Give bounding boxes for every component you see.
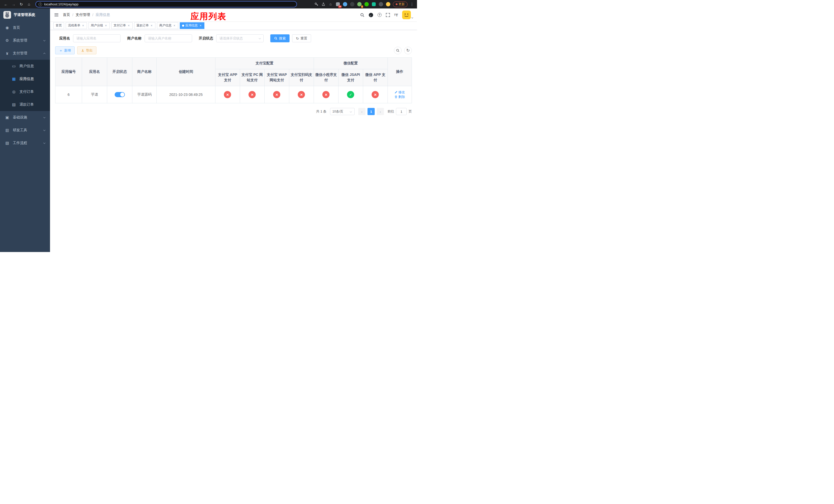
- export-button[interactable]: 导出: [77, 46, 96, 54]
- extension-icon-blue[interactable]: [343, 2, 347, 7]
- extensions-puzzle-icon[interactable]: 10: [335, 2, 340, 7]
- wechat-extension-icon[interactable]: [364, 2, 369, 7]
- prev-page-button[interactable]: ‹: [358, 108, 366, 115]
- user-avatar[interactable]: [402, 10, 413, 19]
- close-tab-icon[interactable]: [199, 24, 202, 27]
- refresh-icon: ↻: [296, 37, 299, 40]
- wechat-jsapi-status-icon: [347, 91, 354, 98]
- tab-pay-order[interactable]: 支付订单: [111, 22, 133, 29]
- close-tab-icon[interactable]: [150, 24, 153, 27]
- collapse-sidebar-icon[interactable]: [54, 13, 59, 17]
- extension-icon-dark[interactable]: [350, 2, 354, 7]
- profile-extension-icon[interactable]: 1: [357, 2, 361, 7]
- edit-link[interactable]: 修改: [394, 90, 405, 95]
- caret-down-icon: [411, 17, 413, 19]
- sidebar-item-workflow[interactable]: ▧ 工作流程: [0, 137, 50, 150]
- pin-extension-icon[interactable]: [378, 2, 383, 7]
- fullscreen-icon[interactable]: [386, 13, 390, 17]
- font-size-icon[interactable]: TT: [394, 13, 398, 17]
- reload-icon[interactable]: ↻: [18, 1, 25, 8]
- filter-status: 开启状态 请选择开启状态: [199, 35, 264, 42]
- bookmark-star-icon[interactable]: ☆: [328, 2, 333, 7]
- dashboard-icon: ◉: [5, 25, 9, 30]
- group-header-wechat: 微信配置: [314, 58, 388, 69]
- col-header-app-id: 应用编号: [56, 58, 82, 86]
- close-tab-icon[interactable]: [173, 24, 176, 27]
- goto-page-input[interactable]: [396, 108, 407, 115]
- tab-home[interactable]: 首页: [53, 22, 64, 29]
- breadcrumb-payment[interactable]: 支付管理: [76, 13, 90, 17]
- pencil-icon: [394, 91, 397, 94]
- url-text: localhost:1024/pay/app: [44, 2, 79, 6]
- col-header-wechat-app: 微信 APP 支付: [363, 69, 388, 86]
- github-icon[interactable]: [369, 13, 373, 18]
- col-header-app-name: 应用名: [82, 58, 107, 86]
- close-tab-icon[interactable]: [127, 24, 130, 27]
- close-tab-icon[interactable]: [104, 24, 107, 27]
- tab-refund-order[interactable]: 退款订单: [134, 22, 155, 29]
- next-page-button[interactable]: ›: [377, 108, 384, 115]
- enabled-toggle[interactable]: [115, 92, 125, 97]
- tab-process-form[interactable]: 流程表单: [66, 22, 87, 29]
- total-count: 共 1 条: [316, 109, 327, 114]
- search-icon[interactable]: [360, 13, 365, 17]
- goto-page: 前往 页: [388, 108, 412, 115]
- browser-menu-icon[interactable]: ⋮: [410, 2, 414, 7]
- grid-icon: ▦: [12, 77, 16, 81]
- extensions-badge: 10: [338, 5, 342, 8]
- app-name-input[interactable]: [73, 35, 120, 42]
- search-icon: [396, 49, 399, 52]
- pagination: 共 1 条 10条/页 ‹ 1 › 前往 页: [55, 108, 412, 115]
- sidebar-item-system[interactable]: ⚙ 系统管理: [0, 34, 50, 47]
- filter-merchant-name: 商户名称: [127, 35, 192, 42]
- sidebar-logo[interactable]: 芋道管理系统: [0, 8, 50, 21]
- col-header-alipay-qr: 支付宝扫码支付: [289, 69, 314, 86]
- share-icon[interactable]: [321, 2, 326, 7]
- navbar-actions: ? TT: [360, 10, 413, 19]
- tab-app-info[interactable]: 应用信息: [180, 22, 204, 29]
- emoji-extension-icon[interactable]: [386, 2, 390, 7]
- sidebar-item-pay-order[interactable]: ◎ 支付订单: [0, 85, 50, 98]
- search-button[interactable]: 搜索: [270, 35, 289, 42]
- forward-icon[interactable]: →: [10, 1, 17, 8]
- sidebar-item-payment[interactable]: ¥ 支付管理: [0, 47, 50, 60]
- alipay-app-status-icon: [224, 91, 231, 98]
- merchant-name-input[interactable]: [145, 35, 192, 42]
- chrome-update-button[interactable]: 更新: [393, 2, 408, 7]
- monitor-icon: ▣: [5, 115, 9, 120]
- password-key-icon[interactable]: [314, 2, 319, 7]
- main-area: 首页 / 支付管理 / 应用信息 ? TT: [50, 8, 417, 252]
- payment-submenu: ▭ 商户信息 ▦ 应用信息 ◎ 支付订单 ▤ 退款订单: [0, 60, 50, 111]
- sidebar-item-refund-order[interactable]: ▤ 退款订单: [0, 98, 50, 111]
- tab-user-group[interactable]: 用户分组: [88, 22, 110, 29]
- reset-button[interactable]: ↻ 重置: [292, 35, 311, 42]
- toggle-search-button[interactable]: [394, 47, 402, 54]
- chevron-down-icon: [259, 37, 261, 39]
- back-icon[interactable]: ←: [3, 1, 9, 8]
- sidebar-item-dev-tools[interactable]: ▥ 研发工具: [0, 124, 50, 137]
- page-1-button[interactable]: 1: [368, 108, 375, 115]
- add-button[interactable]: ＋ 新增: [55, 46, 74, 54]
- tab-merchant-info[interactable]: 商户信息: [157, 22, 178, 29]
- sidebar-item-home[interactable]: ◉ 首页: [0, 21, 50, 34]
- table-toolbar: ＋ 新增 导出 ↻: [55, 46, 412, 54]
- home-icon[interactable]: ⌂: [26, 1, 32, 8]
- status-select[interactable]: 请选择开启状态: [216, 35, 264, 42]
- close-tab-icon[interactable]: [82, 24, 85, 27]
- goto-label: 前往: [388, 109, 394, 114]
- green-square-extension-icon[interactable]: [371, 2, 376, 7]
- chevron-down-icon: [43, 129, 45, 131]
- address-bar[interactable]: i localhost:1024/pay/app: [36, 1, 297, 7]
- delete-link[interactable]: 删除: [394, 95, 405, 99]
- refresh-table-button[interactable]: ↻: [404, 47, 412, 54]
- sidebar-item-merchant-info[interactable]: ▭ 商户信息: [0, 60, 50, 72]
- status-label: 开启状态: [199, 36, 213, 41]
- sidebar-item-app-info[interactable]: ▦ 应用信息: [0, 72, 50, 85]
- page-size-select[interactable]: 10条/页: [330, 108, 355, 115]
- apps-table: 应用编号 应用名 开启状态 商户名称 创建时间 支付宝配置 微信配置 操作 支付…: [55, 58, 412, 103]
- breadcrumb-home[interactable]: 首页: [63, 13, 70, 17]
- update-dot-icon: [396, 3, 397, 5]
- site-info-icon[interactable]: i: [39, 3, 42, 6]
- sidebar-item-infrastructure[interactable]: ▣ 基础设施: [0, 111, 50, 124]
- help-icon[interactable]: ?: [377, 13, 381, 17]
